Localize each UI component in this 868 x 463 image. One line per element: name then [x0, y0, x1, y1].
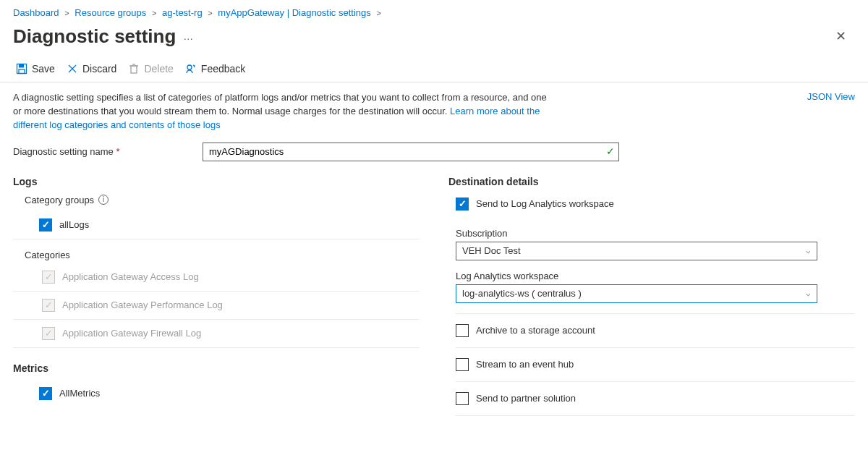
breadcrumb-resource-groups[interactable]: Resource groups	[75, 7, 146, 18]
dest-log-analytics-row: Send to Log Analytics workspace	[456, 193, 855, 221]
chevron-right-icon: >	[152, 9, 156, 17]
dest-partner-row: Send to partner solution	[456, 382, 855, 416]
subscription-value: VEH Doc Test	[462, 245, 521, 256]
category-checkbox-firewall	[42, 327, 55, 340]
all-metrics-row: AllMetrics	[13, 380, 420, 407]
all-logs-label: allLogs	[59, 219, 89, 230]
feedback-icon	[185, 63, 197, 75]
category-checkbox-performance	[42, 299, 55, 312]
json-view-link[interactable]: JSON View	[807, 91, 855, 102]
check-icon: ✓	[606, 145, 615, 157]
all-metrics-label: AllMetrics	[59, 388, 100, 399]
toolbar: Save Discard Delete Feedback	[0, 53, 868, 82]
svg-rect-5	[131, 66, 137, 73]
delete-label: Delete	[144, 63, 173, 75]
left-column: Logs Category groups i allLogs Categorie…	[13, 171, 420, 416]
dest-eventhub-label: Stream to an event hub	[476, 359, 574, 370]
save-icon	[16, 63, 27, 75]
all-metrics-checkbox[interactable]	[39, 387, 52, 400]
delete-icon	[128, 63, 140, 75]
categories-label: Categories	[25, 250, 420, 260]
subscription-label: Subscription	[456, 228, 855, 239]
category-label-access: Application Gateway Access Log	[62, 271, 199, 282]
svg-rect-2	[19, 69, 25, 74]
svg-point-8	[187, 65, 192, 69]
chevron-right-icon: >	[208, 9, 212, 17]
discard-icon	[67, 63, 78, 75]
category-groups-label: Category groups i	[25, 195, 420, 205]
save-label: Save	[32, 63, 55, 75]
dest-partner-checkbox[interactable]	[456, 392, 469, 405]
breadcrumb-gateway-diagnostics[interactable]: myAppGateway | Diagnostic settings	[218, 7, 370, 18]
page-title: Diagnostic setting	[13, 25, 176, 48]
destination-heading: Destination details	[448, 176, 855, 187]
all-logs-checkbox[interactable]	[39, 218, 52, 232]
setting-name-input[interactable]	[203, 143, 619, 161]
feedback-button[interactable]: Feedback	[185, 63, 245, 75]
save-button[interactable]: Save	[16, 63, 55, 75]
dest-storage-checkbox[interactable]	[456, 324, 469, 337]
breadcrumb-ag-test-rg[interactable]: ag-test-rg	[162, 7, 203, 18]
dest-eventhub-checkbox[interactable]	[456, 358, 469, 371]
category-row: Application Gateway Firewall Log	[13, 320, 420, 348]
intro-text: A diagnostic setting specifies a list of…	[13, 91, 548, 132]
metrics-heading: Metrics	[13, 362, 420, 374]
workspace-value: log-analytics-ws ( centralus )	[462, 288, 582, 299]
breadcrumb-dashboard[interactable]: Dashboard	[13, 7, 59, 18]
svg-rect-1	[19, 64, 24, 68]
chevron-down-icon: ⌵	[806, 246, 811, 255]
discard-button[interactable]: Discard	[67, 63, 116, 75]
close-icon[interactable]: ✕	[827, 24, 855, 48]
setting-name-row: Diagnostic setting name * ✓	[0, 138, 868, 171]
breadcrumb: Dashboard > Resource groups > ag-test-rg…	[0, 0, 868, 21]
category-row: Application Gateway Performance Log	[13, 292, 420, 320]
category-checkbox-access	[42, 271, 55, 284]
category-label-firewall: Application Gateway Firewall Log	[62, 328, 201, 339]
chevron-right-icon: >	[376, 9, 380, 17]
delete-button: Delete	[128, 63, 173, 75]
subscription-select[interactable]: VEH Doc Test ⌵	[456, 242, 817, 260]
dest-storage-row: Archive to a storage account	[456, 314, 855, 348]
chevron-right-icon: >	[64, 9, 69, 17]
intro-row: A diagnostic setting specifies a list of…	[0, 82, 868, 138]
more-button[interactable]: …	[183, 30, 195, 42]
dest-partner-label: Send to partner solution	[476, 393, 576, 404]
dest-storage-label: Archive to a storage account	[476, 325, 595, 336]
dest-log-analytics-label: Send to Log Analytics workspace	[476, 198, 614, 209]
logs-heading: Logs	[13, 176, 420, 187]
right-column: Destination details Send to Log Analytic…	[448, 171, 855, 416]
setting-name-label: Diagnostic setting name *	[13, 146, 194, 157]
discard-label: Discard	[82, 63, 116, 75]
feedback-label: Feedback	[201, 63, 245, 75]
category-row: Application Gateway Access Log	[13, 263, 420, 292]
dest-log-analytics-checkbox[interactable]	[456, 197, 469, 211]
workspace-select[interactable]: log-analytics-ws ( centralus ) ⌵	[456, 284, 817, 303]
chevron-down-icon: ⌵	[806, 289, 811, 298]
title-row: Diagnostic setting … ✕	[0, 21, 868, 53]
category-label-performance: Application Gateway Performance Log	[62, 300, 223, 310]
dest-eventhub-row: Stream to an event hub	[456, 348, 855, 382]
workspace-label: Log Analytics workspace	[456, 271, 855, 281]
all-logs-row: allLogs	[13, 211, 420, 239]
info-icon[interactable]: i	[98, 195, 109, 205]
